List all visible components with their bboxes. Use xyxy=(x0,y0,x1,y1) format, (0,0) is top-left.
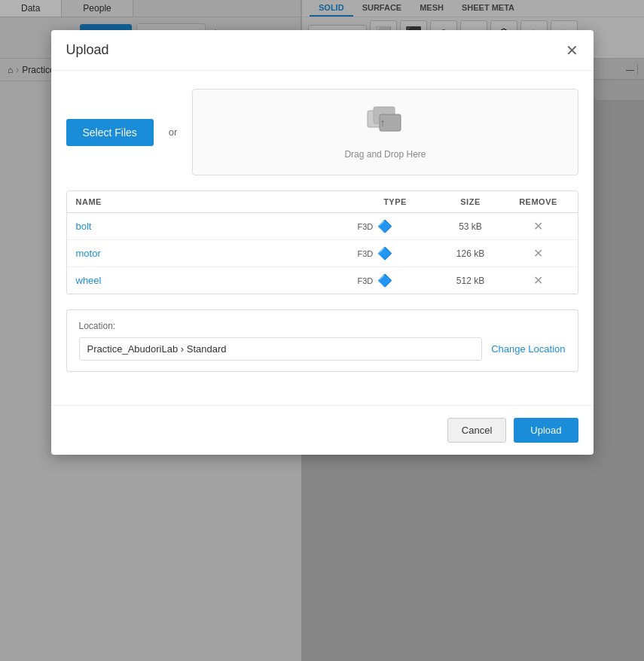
location-input[interactable] xyxy=(79,337,483,361)
file-rows-container: bolt F3D 🔷 53 kB ✕ motor F3D 🔷 126 kB ✕ … xyxy=(67,213,578,294)
file-type-cell: F3D 🔷 xyxy=(358,219,433,233)
file-name: wheel xyxy=(76,275,358,286)
drag-drop-text: Drag and Drop Here xyxy=(344,149,426,160)
file-3d-icon: 🔷 xyxy=(377,246,392,260)
col-header-name: NAME xyxy=(76,197,358,206)
table-row: motor F3D 🔷 126 kB ✕ xyxy=(67,240,578,267)
modal-overlay: Upload ✕ Select Files or ↑ xyxy=(0,0,644,661)
remove-file-button[interactable]: ✕ xyxy=(508,273,569,288)
col-header-type: TYPE xyxy=(358,197,433,206)
modal-body: Select Files or ↑ Drag and Drop Here xyxy=(51,71,594,405)
remove-file-button[interactable]: ✕ xyxy=(508,246,569,260)
upload-modal: Upload ✕ Select Files or ↑ xyxy=(51,30,594,455)
or-text: or xyxy=(169,126,178,138)
remove-file-button[interactable]: ✕ xyxy=(508,219,569,233)
location-label: Location: xyxy=(79,321,566,331)
file-3d-icon: 🔷 xyxy=(377,219,392,233)
file-3d-icon: 🔷 xyxy=(377,273,392,288)
location-section: Location: Change Location xyxy=(66,309,578,372)
modal-header: Upload ✕ xyxy=(51,30,594,71)
upload-area: Select Files or ↑ Drag and Drop Here xyxy=(66,89,578,175)
file-type-cell: F3D 🔷 xyxy=(358,273,433,288)
table-row: bolt F3D 🔷 53 kB ✕ xyxy=(67,213,578,240)
location-row: Change Location xyxy=(79,337,566,361)
select-files-button[interactable]: Select Files xyxy=(66,119,154,146)
table-row: wheel F3D 🔷 512 kB ✕ xyxy=(67,267,578,294)
file-size: 512 kB xyxy=(433,276,508,286)
file-table: NAME TYPE SIZE REMOVE bolt F3D 🔷 53 kB ✕… xyxy=(66,190,578,294)
col-header-size: SIZE xyxy=(433,197,508,206)
file-size: 53 kB xyxy=(433,221,508,232)
modal-upload-button[interactable]: Upload xyxy=(514,418,578,443)
change-location-button[interactable]: Change Location xyxy=(491,343,565,355)
file-type-cell: F3D 🔷 xyxy=(358,246,433,260)
file-table-header: NAME TYPE SIZE REMOVE xyxy=(67,191,578,213)
file-type-badge: F3D xyxy=(358,249,374,258)
col-header-remove: REMOVE xyxy=(508,197,569,206)
modal-footer: Cancel Upload xyxy=(51,405,594,455)
modal-close-button[interactable]: ✕ xyxy=(566,43,578,58)
drag-drop-zone[interactable]: ↑ Drag and Drop Here xyxy=(192,89,578,175)
file-name: motor xyxy=(76,248,358,259)
file-type-badge: F3D xyxy=(358,222,374,231)
svg-text:↑: ↑ xyxy=(380,117,386,129)
file-name: bolt xyxy=(76,221,358,232)
drag-drop-icon: ↑ xyxy=(366,105,404,145)
cancel-button[interactable]: Cancel xyxy=(447,418,506,443)
modal-title: Upload xyxy=(66,42,109,58)
file-type-badge: F3D xyxy=(358,276,374,285)
file-size: 126 kB xyxy=(433,248,508,259)
